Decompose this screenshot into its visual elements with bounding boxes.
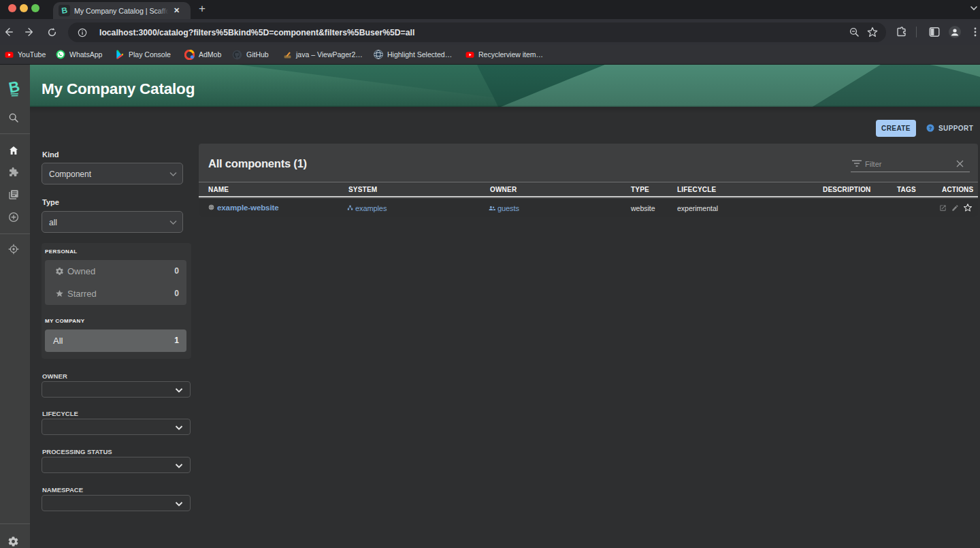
svg-text:?: ? — [929, 125, 932, 131]
svg-text:B: B — [61, 5, 69, 16]
